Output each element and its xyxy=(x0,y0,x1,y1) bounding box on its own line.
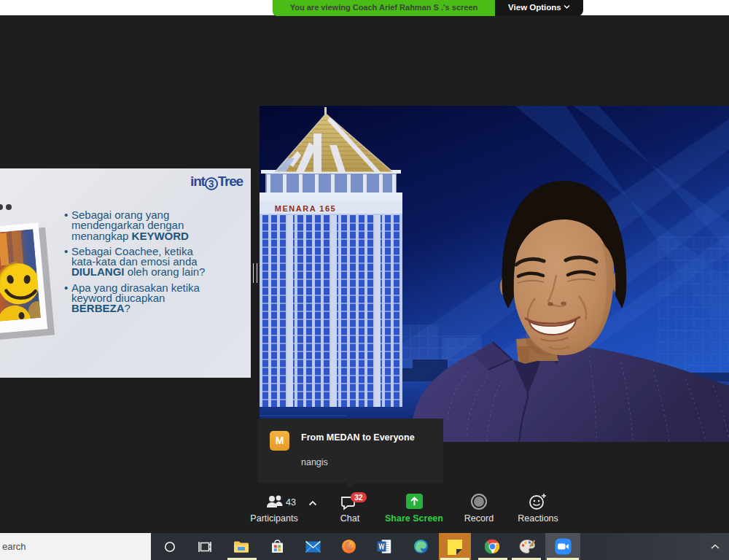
svg-text:MENARA 165: MENARA 165 xyxy=(275,204,336,213)
svg-text:43: 43 xyxy=(286,497,296,508)
